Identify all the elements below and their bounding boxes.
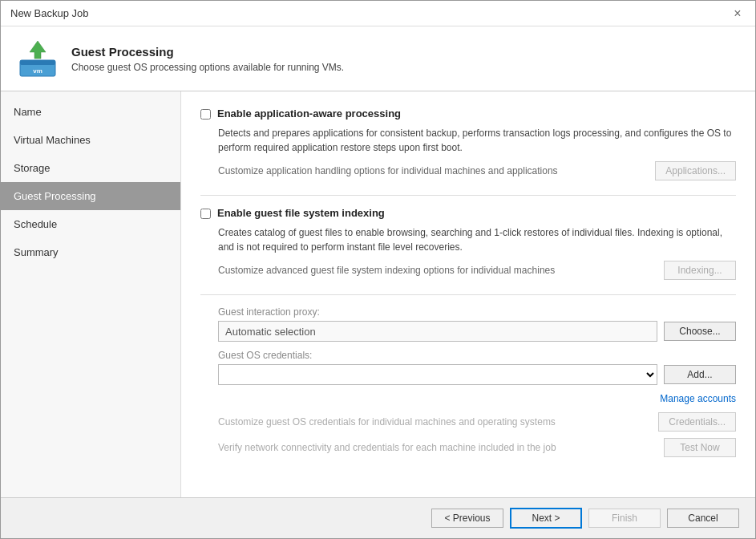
sidebar: Name Virtual Machines Storage Guest Proc… xyxy=(1,91,181,497)
cancel-button[interactable]: Cancel xyxy=(667,509,739,528)
credentials-text: Customize guest OS credentials for indiv… xyxy=(218,416,556,428)
sidebar-item-name[interactable]: Name xyxy=(1,98,180,126)
applications-button[interactable]: Applications... xyxy=(655,161,736,180)
guest-proxy-label: Guest interaction proxy: xyxy=(218,306,736,318)
test-now-row: Verify network connectivity and credenti… xyxy=(218,438,736,457)
indexing-desc: Creates catalog of guest files to enable… xyxy=(218,225,736,254)
footer: < Previous Next > Finish Cancel xyxy=(1,497,755,538)
guest-proxy-field: Guest interaction proxy: Choose... xyxy=(218,306,736,342)
guest-creds-label: Guest OS credentials: xyxy=(218,350,736,361)
choose-button[interactable]: Choose... xyxy=(664,322,736,341)
indexing-section: Enable guest file system indexing Create… xyxy=(200,207,736,280)
header-title: Guest Processing xyxy=(71,45,344,59)
app-aware-option-row: Enable application-aware processing xyxy=(200,107,736,120)
svg-marker-3 xyxy=(30,41,46,59)
dialog-title: New Backup Job xyxy=(10,7,89,19)
close-button[interactable]: × xyxy=(730,6,746,22)
finish-button[interactable]: Finish xyxy=(588,509,661,528)
guest-proxy-input[interactable] xyxy=(218,321,657,342)
svg-rect-1 xyxy=(20,60,55,65)
header-text: Guest Processing Choose guest OS process… xyxy=(71,45,344,73)
test-now-text: Verify network connectivity and credenti… xyxy=(218,442,556,453)
app-aware-checkbox[interactable] xyxy=(200,109,211,120)
guest-creds-input-row: Add... xyxy=(218,364,736,385)
app-aware-label: Enable application-aware processing xyxy=(217,107,401,120)
guest-proxy-input-row: Choose... xyxy=(218,321,736,342)
app-aware-customize-row: Customize application handling options f… xyxy=(218,161,736,180)
app-aware-customize-text: Customize application handling options f… xyxy=(218,165,558,176)
indexing-checkbox[interactable] xyxy=(200,209,211,219)
title-bar: New Backup Job × xyxy=(1,1,755,26)
indexing-option-row: Enable guest file system indexing xyxy=(200,207,736,219)
section-divider-1 xyxy=(200,195,736,196)
indexing-customize-text: Customize advanced guest file system ind… xyxy=(218,265,555,276)
sidebar-item-summary[interactable]: Summary xyxy=(1,238,180,266)
test-now-button[interactable]: Test Now xyxy=(664,438,736,457)
header: vm Guest Processing Choose guest OS proc… xyxy=(1,26,755,91)
manage-accounts-row: Manage accounts xyxy=(218,393,736,404)
next-button[interactable]: Next > xyxy=(510,508,582,529)
credentials-row: Customize guest OS credentials for indiv… xyxy=(218,412,736,432)
guest-creds-select[interactable] xyxy=(218,364,657,385)
indexing-label: Enable guest file system indexing xyxy=(217,207,385,219)
sidebar-item-schedule[interactable]: Schedule xyxy=(1,210,180,238)
app-aware-section: Enable application-aware processing Dete… xyxy=(200,107,736,180)
header-icon: vm xyxy=(17,38,59,79)
svg-text:vm: vm xyxy=(33,67,42,75)
guest-creds-field: Guest OS credentials: Add... xyxy=(218,350,736,385)
add-button[interactable]: Add... xyxy=(664,365,736,384)
section-divider-2 xyxy=(200,294,736,295)
app-aware-desc: Detects and prepares applications for co… xyxy=(218,126,736,155)
content: Name Virtual Machines Storage Guest Proc… xyxy=(1,91,755,497)
sidebar-item-guest-processing[interactable]: Guest Processing xyxy=(1,182,180,210)
header-subtitle: Choose guest OS processing options avail… xyxy=(71,62,344,73)
indexing-customize-row: Customize advanced guest file system ind… xyxy=(218,261,736,280)
previous-button[interactable]: < Previous xyxy=(431,509,503,528)
indexing-button[interactable]: Indexing... xyxy=(664,261,736,280)
credentials-button[interactable]: Credentials... xyxy=(658,412,736,432)
sidebar-item-storage[interactable]: Storage xyxy=(1,154,180,182)
manage-accounts-link[interactable]: Manage accounts xyxy=(660,393,736,404)
sidebar-item-virtual-machines[interactable]: Virtual Machines xyxy=(1,126,180,154)
main-content: Enable application-aware processing Dete… xyxy=(181,91,755,497)
dialog: New Backup Job × vm Guest Processing Cho… xyxy=(0,0,756,539)
